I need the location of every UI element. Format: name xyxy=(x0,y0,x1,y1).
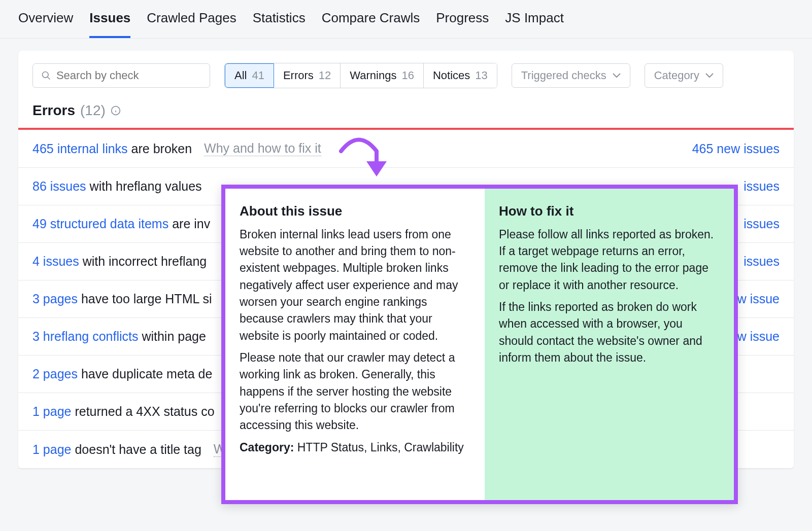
search-container xyxy=(32,63,210,88)
main-tabs: Overview Issues Crawled Pages Statistics… xyxy=(0,0,812,39)
issue-link[interactable]: 1 page xyxy=(32,442,71,456)
filter-all-label: All xyxy=(234,69,247,82)
issue-link[interactable]: 465 internal links xyxy=(32,141,128,156)
category-dropdown[interactable]: Category xyxy=(645,63,723,88)
info-icon[interactable] xyxy=(111,105,121,116)
issue-row-left: 465 internal links are brokenWhy and how… xyxy=(32,141,692,156)
section-count: (12) xyxy=(80,102,106,119)
issue-text: have too large HTML si xyxy=(78,292,212,306)
tab-statistics[interactable]: Statistics xyxy=(253,10,306,38)
tab-overview[interactable]: Overview xyxy=(18,10,73,38)
issue-link[interactable]: 2 pages xyxy=(32,367,78,381)
category-value: HTTP Status, Links, Crawlability xyxy=(294,441,463,454)
svg-point-0 xyxy=(42,72,48,78)
tab-compare-crawls[interactable]: Compare Crawls xyxy=(322,10,420,38)
new-issues-link[interactable]: 465 new issues xyxy=(692,141,780,156)
filter-errors-label: Errors xyxy=(283,69,314,82)
tab-crawled-pages[interactable]: Crawled Pages xyxy=(147,10,236,38)
howtofix-title: How to fix it xyxy=(499,202,720,221)
issue-link[interactable]: 1 page xyxy=(32,404,71,418)
filter-errors[interactable]: Errors 12 xyxy=(274,63,341,88)
issue-text: are broken xyxy=(128,141,192,156)
howtofix-text-1: Please follow all links reported as brok… xyxy=(499,226,720,294)
search-input[interactable] xyxy=(56,69,201,82)
tab-progress[interactable]: Progress xyxy=(436,10,489,38)
issue-row: 465 internal links are brokenWhy and how… xyxy=(18,130,794,168)
toolbar: All 41 Errors 12 Warnings 16 Notices 13 … xyxy=(18,63,794,102)
category-line: Category: HTTP Status, Links, Crawlabili… xyxy=(240,439,470,456)
section-title-text: Errors xyxy=(32,102,75,119)
issue-description: 86 issues with hreflang values xyxy=(32,179,202,194)
issue-text: with hreflang values xyxy=(86,179,202,193)
new-issues-link[interactable]: issues xyxy=(743,254,780,269)
issue-description: 3 pages have too large HTML si xyxy=(32,292,212,306)
issue-link[interactable]: 49 structured data items xyxy=(32,217,168,231)
filter-warnings[interactable]: Warnings 16 xyxy=(341,63,424,88)
issue-tooltip: About this issue Broken internal links l… xyxy=(221,185,738,504)
issue-text: returned a 4XX status co xyxy=(71,404,214,418)
new-issues-link[interactable]: w issue xyxy=(737,292,780,306)
chevron-down-icon xyxy=(613,73,621,78)
category-label: Category: xyxy=(240,441,294,454)
search-icon xyxy=(41,70,51,81)
filter-notices-count: 13 xyxy=(475,69,487,82)
howtofix-text-2: If the links reported as broken do work … xyxy=(499,299,720,366)
category-dropdown-label: Category xyxy=(654,69,699,82)
filter-all[interactable]: All 41 xyxy=(225,63,274,88)
issue-link[interactable]: 3 pages xyxy=(32,292,78,306)
about-text-1: Broken internal links lead users from on… xyxy=(240,226,470,344)
about-panel: About this issue Broken internal links l… xyxy=(225,189,485,500)
why-how-fix-link[interactable]: Why and how to fix it xyxy=(204,141,321,156)
filter-segmented: All 41 Errors 12 Warnings 16 Notices 13 xyxy=(224,63,497,88)
new-issues-link[interactable]: issues xyxy=(743,217,780,231)
issue-text: within page xyxy=(138,329,206,343)
issue-link[interactable]: 4 issues xyxy=(32,254,79,268)
issue-description: 465 internal links are broken xyxy=(32,141,192,156)
issue-description: 49 structured data items are inv xyxy=(32,217,210,231)
issue-text: with incorrect hreflang xyxy=(79,254,207,268)
section-title: Errors (12) xyxy=(18,102,794,128)
tab-issues[interactable]: Issues xyxy=(89,10,130,38)
chevron-down-icon xyxy=(705,73,714,78)
issue-description: 3 hreflang conflicts within page xyxy=(32,329,206,344)
issue-description: 4 issues with incorrect hreflang xyxy=(32,254,207,269)
issue-link[interactable]: 3 hreflang conflicts xyxy=(32,329,138,343)
issue-description: 1 page returned a 4XX status co xyxy=(32,404,215,419)
filter-warnings-label: Warnings xyxy=(350,69,396,82)
issue-description: 1 page doesn't have a title tag xyxy=(32,442,201,457)
filter-notices[interactable]: Notices 13 xyxy=(424,63,497,88)
filter-warnings-count: 16 xyxy=(401,69,414,82)
issue-text: have duplicate meta de xyxy=(78,367,212,381)
about-title: About this issue xyxy=(240,202,470,221)
filter-notices-label: Notices xyxy=(433,69,470,82)
filter-errors-count: 12 xyxy=(319,69,331,82)
issue-text: are inv xyxy=(168,217,210,231)
triggered-checks-label: Triggered checks xyxy=(521,69,606,82)
issue-text: doesn't have a title tag xyxy=(71,442,201,456)
tab-js-impact[interactable]: JS Impact xyxy=(505,10,564,38)
about-text-2: Please note that our crawler may detect … xyxy=(240,349,470,434)
howtofix-panel: How to fix it Please follow all links re… xyxy=(485,189,734,500)
triggered-checks-dropdown[interactable]: Triggered checks xyxy=(512,63,630,88)
filter-all-count: 41 xyxy=(252,69,264,82)
issue-description: 2 pages have duplicate meta de xyxy=(32,367,212,381)
new-issues-link[interactable]: issues xyxy=(743,179,780,194)
svg-line-1 xyxy=(47,77,50,79)
new-issues-link[interactable]: w issue xyxy=(737,329,780,344)
issue-link[interactable]: 86 issues xyxy=(32,179,86,193)
